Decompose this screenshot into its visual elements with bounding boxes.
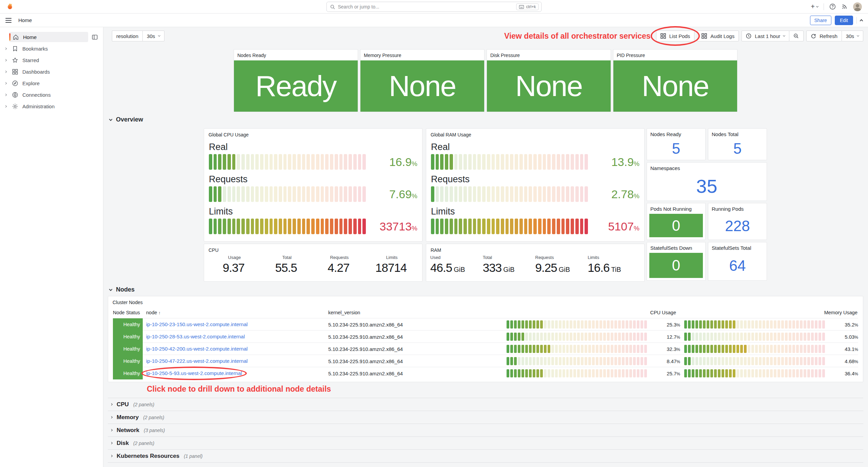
panel-title[interactable]: StatefulSets Total <box>708 242 767 251</box>
gauge-segment <box>538 186 541 202</box>
collapse-header-icon[interactable] <box>860 19 863 23</box>
node-link[interactable]: ip-10-250-23-150.us-west-2.compute.inter… <box>146 321 248 327</box>
chevron-right-icon[interactable] <box>4 47 7 50</box>
gauge-segment <box>785 333 788 341</box>
gauge-segment <box>804 320 806 329</box>
gauge-segment <box>748 369 750 377</box>
sidebar-item-home[interactable]: Home <box>3 31 100 43</box>
gauge-segment <box>533 186 537 202</box>
news-rss-icon[interactable] <box>841 3 848 10</box>
panel-title[interactable]: CPU <box>204 244 422 253</box>
column-header-memory-usage[interactable]: Memory Usage <box>680 310 858 315</box>
panel-title[interactable]: Global RAM Usage <box>426 129 644 137</box>
help-icon[interactable] <box>829 3 836 10</box>
sidebar-item-pill[interactable]: Home <box>9 32 88 42</box>
sidebar-item-pill[interactable]: Starred <box>8 55 99 65</box>
gauge-segment <box>585 333 587 341</box>
sidebar-item-connections[interactable]: Connections <box>3 89 100 100</box>
section-nodes[interactable]: Nodes <box>110 286 135 293</box>
sidebar-item-pill[interactable]: Bookmarks <box>8 43 99 54</box>
gauge-segment <box>510 369 513 377</box>
panel-title[interactable]: StatefulSets Down <box>647 242 705 251</box>
sidebar-item-pill[interactable]: Dashboards <box>8 67 99 77</box>
collapsed-section-kubernetes-resources[interactable]: Kubernetes Resources(1 panel) <box>108 449 863 462</box>
gauge-segment <box>770 320 773 329</box>
sidebar-item-starred[interactable]: Starred <box>3 54 100 66</box>
gauge-segment <box>519 154 523 170</box>
collapsed-section-network[interactable]: Network(3 panels) <box>108 424 863 436</box>
section-overview[interactable]: Overview <box>110 116 143 123</box>
audit-logs-button[interactable]: Audit Logs <box>697 31 739 41</box>
sidebar-item-pill[interactable]: Administration <box>8 101 99 111</box>
panel-title[interactable]: Nodes Total <box>708 129 767 137</box>
panel-title[interactable]: Pods Not Running <box>647 203 705 212</box>
gauge-segment <box>748 345 750 353</box>
search-input[interactable]: Search or jump to... ctrl+k <box>327 2 542 12</box>
column-header-node[interactable]: node ↑ <box>143 310 325 315</box>
column-header-kernel-version[interactable]: kernel_version <box>325 310 502 315</box>
chevron-right-icon[interactable] <box>4 59 7 61</box>
gauge-segment <box>223 186 226 202</box>
column-header-node-status[interactable]: Node Status <box>113 310 143 315</box>
gauge-segment <box>755 345 758 353</box>
gauge-segment <box>714 357 717 365</box>
node-link[interactable]: ip-10-250-42-200.us-west-2.compute.inter… <box>146 346 248 352</box>
panel-title[interactable]: PID Pressure <box>613 50 737 60</box>
chevron-right-icon[interactable] <box>4 93 7 96</box>
panel-title[interactable]: Disk Pressure <box>487 50 611 60</box>
grafana-logo[interactable] <box>5 2 14 11</box>
gauge-segment <box>311 219 315 234</box>
panel-title[interactable]: Memory Pressure <box>360 50 484 60</box>
gauge-segment <box>777 320 780 329</box>
apps-icon <box>660 33 666 39</box>
dock-sidebar-icon[interactable] <box>90 33 99 41</box>
chevron-right-icon[interactable] <box>4 70 7 73</box>
panel-title[interactable]: RAM <box>426 244 644 253</box>
resolution-select[interactable]: 30s <box>142 31 164 41</box>
sidebar-item-explore[interactable]: Explore <box>3 77 100 89</box>
edit-button[interactable]: Edit <box>835 16 853 25</box>
user-avatar[interactable] <box>853 2 862 11</box>
panel-title[interactable]: Namespaces <box>647 163 767 171</box>
refresh-interval-select[interactable]: 30s <box>842 31 863 41</box>
gauge-row: 33713% <box>209 219 417 234</box>
sidebar-item-bookmarks[interactable]: Bookmarks <box>3 43 100 54</box>
chevron-right-icon <box>110 429 113 431</box>
node-link[interactable]: ip-10-250-47-222.us-west-2.compute.inter… <box>146 358 248 364</box>
gauge-segment <box>501 154 504 170</box>
sidebar-item-administration[interactable]: Administration <box>3 100 100 112</box>
list-pods-button[interactable]: List Pods <box>656 31 695 41</box>
gauge-row: 2.78% <box>431 186 639 202</box>
share-button[interactable]: Share <box>810 16 831 25</box>
breadcrumb[interactable]: Home <box>18 17 32 23</box>
collapsed-section-cpu[interactable]: CPU(2 panels) <box>108 398 863 411</box>
sidebar-item-dashboards[interactable]: Dashboards <box>3 66 100 77</box>
mega-menu-toggle-icon[interactable] <box>5 18 12 23</box>
sidebar-item-pill[interactable]: Connections <box>8 90 99 100</box>
panel-title[interactable]: Cluster Nodes <box>108 296 863 305</box>
column-header-cpu-usage[interactable]: CPU Usage <box>502 310 680 315</box>
gauge-segment <box>763 369 765 377</box>
gauge-segment <box>214 154 217 170</box>
chevron-right-icon[interactable] <box>4 105 7 107</box>
gauge-segment <box>515 154 518 170</box>
node-link[interactable]: ip-10-250-5-93.us-west-2.compute.interna… <box>146 370 242 376</box>
collapsed-section-disk[interactable]: Disk(2 panels) <box>108 436 863 449</box>
panel-title[interactable]: Nodes Ready <box>647 129 705 137</box>
gauge-segment <box>592 333 595 341</box>
chevron-right-icon[interactable] <box>4 82 7 84</box>
new-menu-button[interactable]: + <box>811 3 818 11</box>
gauge-segment <box>571 219 574 234</box>
time-range-picker[interactable]: Last 1 hour <box>742 31 789 41</box>
node-link[interactable]: ip-10-250-28-53.us-west-2.compute.intern… <box>146 334 245 339</box>
panel-title[interactable]: Global CPU Usage <box>204 129 422 137</box>
panel-title[interactable]: Nodes Ready <box>234 50 358 60</box>
refresh-button[interactable]: Refresh <box>806 31 842 41</box>
collapsed-section-memory[interactable]: Memory(2 panels) <box>108 411 863 424</box>
sidebar-item-pill[interactable]: Explore <box>8 78 99 88</box>
zoom-out-button[interactable] <box>789 31 804 41</box>
gauge-segment <box>710 369 713 377</box>
gauge-segment <box>496 154 499 170</box>
gauge-list: Real13.9%Requests2.78%Limits5107% <box>426 142 644 234</box>
panel-title[interactable]: Running Pods <box>708 203 767 212</box>
